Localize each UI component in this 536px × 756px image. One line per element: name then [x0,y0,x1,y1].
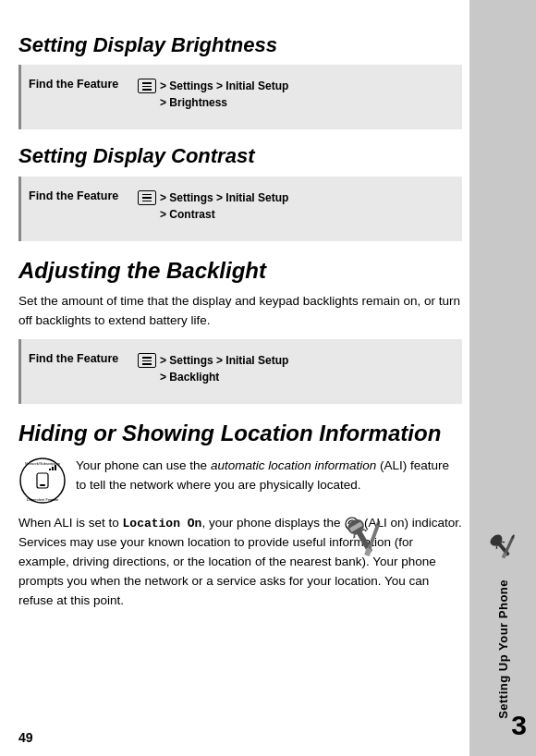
body-backlight: Set the amount of time that the display … [18,292,462,331]
menu-icon-lines-contrast [142,194,152,202]
menu-icon-lines-backlight [142,357,152,365]
find-feature-label-brightness: Find the Feature [29,78,130,91]
menu-line-c2 [142,197,152,199]
path-line1-backlight: > Settings > Initial Setup [160,354,288,367]
find-feature-row-contrast: Find the Feature > Settings > Initial Se… [29,189,455,223]
heading-backlight: Adjusting the Backlight [18,258,462,285]
find-feature-brightness: Find the Feature > Settings > Initial Se… [18,65,462,129]
network-location-text: Your phone can use the automatic locatio… [76,457,462,495]
heading-location: Hiding or Showing Location Information [18,421,462,447]
wrench-icon [344,517,386,568]
menu-icon-backlight [138,353,156,368]
side-tab: Setting Up Your Phone 3 [469,0,536,756]
menu-line-b3 [142,363,152,365]
find-feature-label-contrast: Find the Feature [29,189,130,202]
network-icon-row: Network/Subscription Dependent Feature Y… [18,457,462,505]
svg-rect-16 [504,536,515,555]
menu-icon-brightness [138,79,156,93]
page-container: Setting Display Brightness Find the Feat… [0,0,536,756]
path-line2-backlight: > Backlight [160,371,219,384]
path-line1-contrast: > Settings > Initial Setup [160,191,288,204]
path-line2-contrast: > Contrast [160,208,215,221]
svg-rect-7 [40,484,45,486]
find-feature-label-backlight: Find the Feature [29,352,130,365]
heading-contrast: Setting Display Contrast [18,144,462,168]
find-feature-contrast: Find the Feature > Settings > Initial Se… [18,177,462,241]
svg-text:Dependent Feature: Dependent Feature [27,497,59,502]
heading-brightness: Setting Display Brightness [18,33,462,57]
menu-line-c1 [142,194,152,196]
find-feature-path-contrast: > Settings > Initial Setup > Contrast [160,189,288,223]
section-brightness: Setting Display Brightness Find the Feat… [18,33,462,129]
menu-line-b2 [142,360,152,362]
find-feature-row-brightness: Find the Feature > Settings > Initial Se… [29,78,455,111]
svg-rect-2 [367,521,381,550]
svg-rect-8 [49,469,51,470]
menu-line-2 [142,86,152,88]
body-location: When ALI is set to Location On, your pho… [18,514,462,611]
wrench-icon-area [344,517,390,572]
find-feature-backlight: Find the Feature > Settings > Initial Se… [18,339,462,404]
menu-icon-lines-brightness [142,82,152,91]
location-on-label: Location On [123,517,202,530]
find-feature-row-backlight: Find the Feature > Settings > Initial Se… [29,352,455,385]
chapter-indicator: 3 [511,710,527,741]
section-location: Hiding or Showing Location Information N… [18,421,462,611]
path-line1-brightness: > Settings > Initial Setup [160,79,288,92]
find-feature-path-brightness: > Settings > Initial Setup > Brightness [160,78,288,111]
section-backlight: Adjusting the Backlight Set the amount o… [18,258,462,405]
network-badge-svg: Network/Subscription Dependent Feature [18,457,67,505]
ali-italic: automatic location information [211,458,376,472]
menu-line-1 [142,82,152,84]
section-contrast: Setting Display Contrast Find the Featur… [18,144,462,240]
find-feature-path-backlight: > Settings > Initial Setup > Backlight [160,352,288,385]
path-line2-brightness: > Brightness [160,96,227,109]
network-icon: Network/Subscription Dependent Feature [18,457,67,505]
menu-line-b1 [142,357,152,359]
page-number: 49 [18,730,33,745]
menu-icon-contrast [138,190,156,205]
menu-line-c3 [142,201,152,202]
svg-text:Network/Subscription: Network/Subscription [25,461,60,466]
side-tab-text: Setting Up Your Phone [496,579,510,719]
menu-line-3 [142,89,152,91]
tab-wrench-icon [486,531,519,565]
svg-rect-9 [52,467,54,470]
